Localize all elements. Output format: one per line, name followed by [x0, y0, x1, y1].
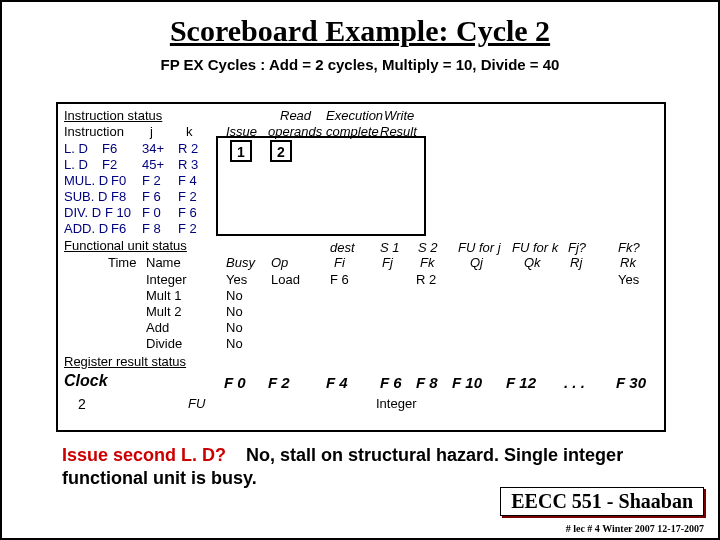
qk-col: Qk [524, 255, 541, 270]
instr-rd-1: F2 [102, 157, 117, 172]
fu-label: FU [188, 396, 205, 411]
instr-k-5: F 2 [178, 221, 197, 236]
fk-col: Fk [420, 255, 434, 270]
time-col: Time [108, 255, 136, 270]
fj-col: Fj [382, 255, 393, 270]
fkq-col: Fk? [618, 240, 640, 255]
reg-2: F 4 [326, 374, 348, 391]
fu-fi-0: F 6 [330, 272, 349, 287]
footer: # lec # 4 Winter 2007 12-17-2007 [566, 523, 704, 534]
dest-col: dest [330, 240, 355, 255]
rk-col: Rk [620, 255, 636, 270]
reg-3: F 6 [380, 374, 402, 391]
instr-rd-4: F 10 [105, 205, 131, 220]
fi-col: Fi [334, 255, 345, 270]
fu-name-0: Integer [146, 272, 186, 287]
instr-j-2: F 2 [142, 173, 161, 188]
read-col1: Read [280, 108, 311, 123]
fuk-col: FU for k [512, 240, 558, 255]
fu-busy-1: No [226, 288, 243, 303]
fu-busy-0: Yes [226, 272, 247, 287]
instr-op-0: L. D [64, 141, 88, 156]
clock-val: 2 [78, 396, 86, 412]
reg-0: F 0 [224, 374, 246, 391]
reg-fu-f6: Integer [376, 396, 416, 411]
instr-op-3: SUB. D [64, 189, 107, 204]
fu-name-2: Mult 2 [146, 304, 181, 319]
instr-k-0: R 2 [178, 141, 198, 156]
fu-busy-3: No [226, 320, 243, 335]
course-box: EECC 551 - Shaaban [500, 487, 704, 516]
fu-name-3: Add [146, 320, 169, 335]
instr-k-1: R 3 [178, 157, 198, 172]
op-col: Op [271, 255, 288, 270]
issue-val-0: 1 [230, 140, 252, 162]
j-col: j [150, 124, 153, 139]
fuj-col: FU for j [458, 240, 501, 255]
fu-op-0: Load [271, 272, 300, 287]
rj-col: Rj [570, 255, 582, 270]
instr-status-label: Instruction status [64, 108, 162, 123]
instr-rd-2: F0 [111, 173, 126, 188]
instr-op-2: MUL. D [64, 173, 108, 188]
reg-8: F 30 [616, 374, 646, 391]
fu-rk-0: Yes [618, 272, 639, 287]
fu-fk-0: R 2 [416, 272, 436, 287]
bottom-q: Issue second L. D? [62, 445, 226, 465]
instr-k-2: F 4 [178, 173, 197, 188]
reg-4: F 8 [416, 374, 438, 391]
reg-7: . . . [564, 374, 585, 391]
instr-rd-3: F8 [111, 189, 126, 204]
instr-j-3: F 6 [142, 189, 161, 204]
clock-label: Clock [64, 372, 108, 390]
instruction-col: Instruction [64, 124, 124, 139]
fu-name-4: Divide [146, 336, 182, 351]
fu-name-1: Mult 1 [146, 288, 181, 303]
write-col1: Write [384, 108, 414, 123]
instr-j-5: F 8 [142, 221, 161, 236]
instr-rd-0: F6 [102, 141, 117, 156]
read-val-0: 2 [270, 140, 292, 162]
k-col: k [186, 124, 193, 139]
fu-status-label: Functional unit status [64, 238, 187, 253]
fjq-col: Fj? [568, 240, 586, 255]
instr-rd-5: F6 [111, 221, 126, 236]
scoreboard-box: Instruction status Instruction j k Issue… [56, 102, 666, 432]
instr-op-1: L. D [64, 157, 88, 172]
reg-1: F 2 [268, 374, 290, 391]
fu-busy-2: No [226, 304, 243, 319]
instr-k-4: F 6 [178, 205, 197, 220]
instr-j-1: 45+ [142, 157, 164, 172]
instr-op-5: ADD. D [64, 221, 108, 236]
reg-6: F 12 [506, 374, 536, 391]
bottom-note: Issue second L. D? No, stall on structur… [62, 444, 662, 489]
instr-j-0: 34+ [142, 141, 164, 156]
exec-col1: Execution [326, 108, 383, 123]
qj-col: Qj [470, 255, 483, 270]
busy-col: Busy [226, 255, 255, 270]
instr-op-4: DIV. D [64, 205, 101, 220]
page-subtitle: FP EX Cycles : Add = 2 cycles, Multiply … [2, 56, 718, 73]
s2-col: S 2 [418, 240, 438, 255]
instr-k-3: F 2 [178, 189, 197, 204]
s1-col: S 1 [380, 240, 400, 255]
fu-busy-4: No [226, 336, 243, 351]
instr-j-4: F 0 [142, 205, 161, 220]
reg-5: F 10 [452, 374, 482, 391]
name-col: Name [146, 255, 181, 270]
reg-result-label: Register result status [64, 354, 186, 369]
page-title: Scoreboard Example: Cycle 2 [2, 14, 718, 48]
